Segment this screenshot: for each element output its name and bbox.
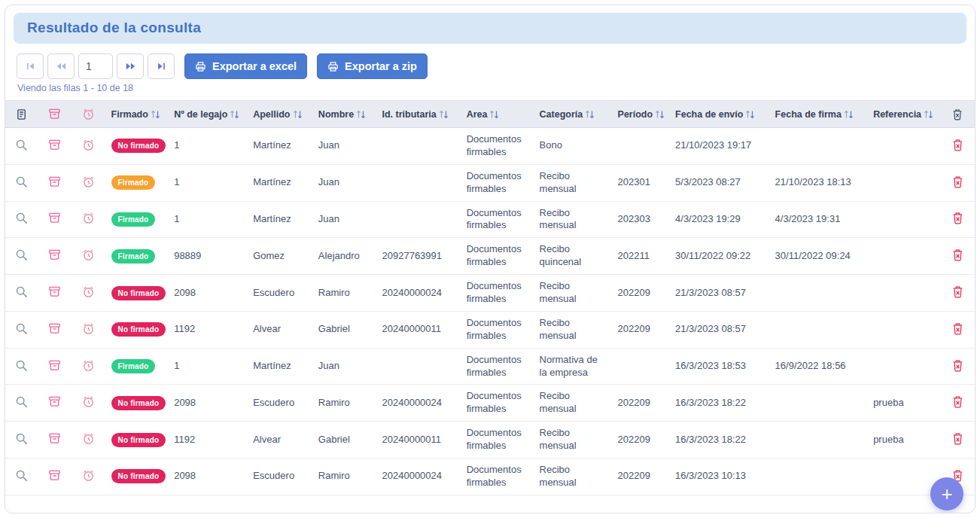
cell-apellido: Martínez [247,201,312,238]
column-header[interactable]: Id. tributaria [376,101,461,128]
column-header[interactable]: Fecha de envío [669,101,769,128]
history-row-button[interactable] [81,321,96,339]
page-number-input[interactable] [78,53,113,79]
cell-firmado: Firmado [105,238,169,275]
cell-nombre: Gabriel [312,311,376,348]
history-row-button[interactable] [81,210,96,228]
export-excel-button[interactable]: Exportar a excel [184,53,307,79]
cell-firmado: No firmado [105,459,169,495]
view-row-button[interactable] [14,321,29,339]
delete-row-button[interactable] [951,210,965,228]
column-header[interactable]: Referencia [867,101,940,128]
history-row-button[interactable] [81,247,96,265]
sort-icon[interactable] [356,110,366,119]
archive-icon [48,285,61,300]
archive-row-button[interactable] [47,247,62,265]
column-header[interactable]: Nº de legajo [168,101,247,128]
cell-area: Documentos firmables [461,164,534,201]
cell-categoria: Recibo mensual [534,311,612,348]
view-row-button[interactable] [14,358,29,376]
view-row-button[interactable] [14,210,29,228]
archive-icon [48,108,61,120]
archive-icon [48,212,61,227]
sort-icon[interactable] [844,110,854,119]
delete-row-button[interactable] [951,247,965,265]
cell-fecha-envio: 16/3/2023 18:22 [669,422,769,459]
column-header[interactable]: Fecha de firma [769,101,868,128]
cell-area: Documentos firmables [461,311,534,348]
history-row-button[interactable] [81,358,96,376]
history-row-button[interactable] [81,284,96,302]
pager-next-button[interactable] [117,53,144,79]
history-row-button[interactable] [81,468,96,486]
cell-area: Documentos firmables [461,459,534,495]
search-icon [15,359,28,374]
column-header[interactable]: Area [461,101,534,128]
view-row-button[interactable] [14,431,29,449]
sort-icon[interactable] [151,110,160,119]
history-row-button[interactable] [81,394,96,412]
pager-last-button[interactable] [148,53,175,79]
sort-icon[interactable] [585,110,595,119]
archive-icon [48,469,61,484]
document-icon [16,108,27,120]
export-zip-button[interactable]: Exportar a zip [317,53,428,79]
column-header[interactable]: Firmado [105,101,169,128]
sort-icon[interactable] [655,110,665,119]
sort-icon[interactable] [924,110,933,119]
delete-row-button[interactable] [951,358,965,376]
delete-row-button[interactable] [951,137,965,155]
history-row-button[interactable] [81,431,96,449]
delete-row-button[interactable] [951,321,965,339]
sort-icon[interactable] [745,110,755,119]
archive-row-button[interactable] [47,321,62,339]
view-row-button[interactable] [14,174,29,192]
archive-row-button[interactable] [47,284,62,302]
archive-row-button[interactable] [47,431,62,449]
pager-prev-button[interactable] [47,53,75,79]
sort-icon[interactable] [230,110,239,119]
column-header[interactable]: Período [612,101,669,128]
cell-firmado: No firmado [105,385,169,422]
cell-firmado: No firmado [105,311,169,348]
archive-row-button[interactable] [47,358,62,376]
delete-row-button[interactable] [951,284,965,302]
sort-icon[interactable] [293,110,303,119]
column-header[interactable]: Nombre [312,101,376,128]
cell-referencia: prueba [867,422,940,459]
delete-row-button[interactable] [951,174,965,192]
pager-first-button[interactable] [17,53,44,79]
sort-icon[interactable] [489,110,499,119]
view-row-button[interactable] [14,137,29,155]
cell-periodo [612,348,669,385]
archive-row-button[interactable] [47,468,62,486]
archive-row-button[interactable] [47,174,62,192]
archive-row-button[interactable] [47,210,62,228]
status-badge: Firmado [111,359,156,373]
view-row-button[interactable] [14,247,29,265]
cell-fecha-firma [769,385,868,422]
view-row-button[interactable] [14,468,29,486]
search-icon [15,139,28,154]
view-row-button[interactable] [14,284,29,302]
table-row: No firmado2098EscuderoRamiro20240000024D… [5,459,975,495]
delete-row-button[interactable] [951,394,965,412]
cell-periodo: 202209 [612,385,669,422]
cell-apellido: Martínez [247,348,312,385]
cell-fecha-firma [769,422,868,459]
cell-legajo: 1 [168,201,247,238]
delete-row-button[interactable] [951,431,965,449]
column-header[interactable]: Categoría [534,101,612,128]
column-header[interactable]: Apellido [247,101,312,128]
view-row-button[interactable] [14,394,29,412]
clock-icon [82,139,95,154]
archive-icon [48,139,61,154]
history-row-button[interactable] [81,174,96,192]
archive-icon [48,432,61,447]
archive-icon [48,395,61,410]
archive-row-button[interactable] [47,394,62,412]
history-row-button[interactable] [81,137,96,155]
add-button[interactable]: + [930,477,963,510]
archive-row-button[interactable] [47,137,62,155]
sort-icon[interactable] [439,110,449,119]
